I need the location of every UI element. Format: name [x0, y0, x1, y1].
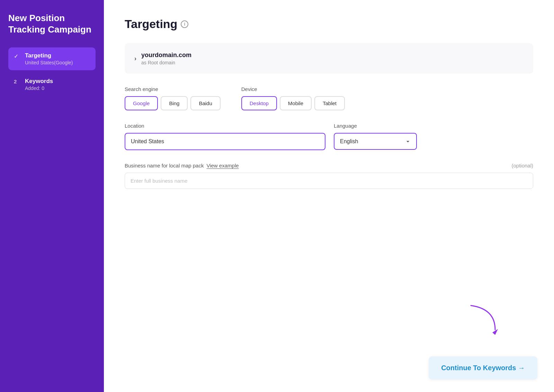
business-name-input[interactable]: [125, 173, 533, 189]
device-options: Desktop Mobile Tablet: [241, 96, 345, 110]
language-label: Language: [334, 123, 417, 129]
keywords-nav-content: Keywords Added: 0: [25, 78, 53, 91]
targeting-nav-content: Targeting United States(Google): [25, 52, 73, 65]
location-input[interactable]: [125, 133, 325, 150]
targeting-label: Targeting: [25, 52, 73, 59]
check-icon: ✓: [14, 53, 20, 60]
domain-chevron-icon: ›: [134, 55, 136, 62]
info-icon[interactable]: i: [181, 20, 188, 28]
location-language-row: Location Language English Spanish French: [125, 123, 533, 150]
location-group: Location: [125, 123, 325, 150]
device-tablet[interactable]: Tablet: [314, 96, 345, 110]
main-content: Targeting i › yourdomain.com as Root dom…: [104, 0, 554, 392]
domain-info: yourdomain.com as Root domain: [141, 52, 191, 65]
continue-to-keywords-button[interactable]: Continue To Keywords →: [429, 356, 537, 380]
device-mobile[interactable]: Mobile: [280, 96, 312, 110]
search-engine-label: Search engine: [125, 86, 221, 92]
search-device-row: Search engine Google Bing Baidu Device D…: [125, 86, 533, 110]
search-engine-group: Search engine Google Bing Baidu: [125, 86, 221, 110]
language-select[interactable]: English Spanish French: [334, 133, 417, 150]
targeting-sublabel: United States(Google): [25, 60, 73, 65]
device-label: Device: [241, 86, 345, 92]
continue-button-wrap: Continue To Keywords →: [429, 356, 537, 380]
optional-label: (optional): [511, 163, 533, 168]
sidebar: New Position Tracking Campaign ✓ Targeti…: [0, 0, 104, 392]
search-engine-bing[interactable]: Bing: [161, 96, 188, 110]
device-desktop[interactable]: Desktop: [241, 96, 277, 110]
arrow-annotation: [464, 302, 506, 337]
search-engine-options: Google Bing Baidu: [125, 96, 221, 110]
domain-card[interactable]: › yourdomain.com as Root domain: [125, 43, 533, 74]
business-name-label: Business name for local map pack: [125, 163, 204, 168]
business-name-row: Business name for local map pack View ex…: [125, 163, 533, 189]
business-label-row: Business name for local map pack View ex…: [125, 163, 533, 168]
sidebar-title: New Position Tracking Campaign: [8, 12, 96, 35]
search-engine-google[interactable]: Google: [125, 96, 158, 110]
location-label: Location: [125, 123, 325, 129]
page-title: Targeting: [125, 17, 177, 31]
language-group: Language English Spanish French: [334, 123, 417, 150]
business-label-left: Business name for local map pack View ex…: [125, 163, 239, 168]
keywords-label: Keywords: [25, 78, 53, 85]
keywords-sublabel: Added: 0: [25, 85, 53, 91]
sidebar-item-targeting[interactable]: ✓ Targeting United States(Google): [8, 47, 96, 70]
page-title-row: Targeting i: [125, 17, 533, 31]
keywords-number: 2: [14, 79, 20, 84]
domain-name: yourdomain.com: [141, 52, 191, 59]
sidebar-item-keywords[interactable]: 2 Keywords Added: 0: [8, 73, 96, 96]
search-engine-baidu[interactable]: Baidu: [190, 96, 220, 110]
view-example-link[interactable]: View example: [206, 163, 239, 168]
domain-type: as Root domain: [141, 60, 191, 65]
device-group: Device Desktop Mobile Tablet: [241, 86, 345, 110]
